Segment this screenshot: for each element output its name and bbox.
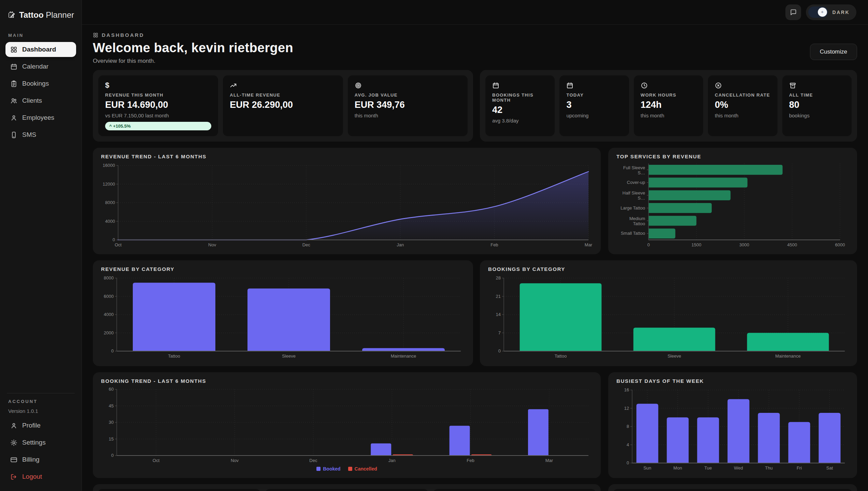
sidebar-item-label: Profile [22, 422, 41, 429]
sidebar-item-settings[interactable]: Settings [5, 435, 76, 450]
svg-text:0: 0 [111, 348, 114, 353]
calendar-icon [492, 82, 499, 89]
top-services-chart: 01500300045006000Full SleeveS…Cover-upHa… [616, 162, 849, 249]
svg-text:Maintenance: Maintenance [775, 353, 800, 359]
svg-text:Jan: Jan [397, 242, 404, 247]
app-root: Tattoo Planner MAIN Dashboard Calendar [0, 0, 868, 491]
dashboard-grid-icon [10, 46, 17, 53]
legend-swatch [316, 467, 321, 471]
stat-label: ALL TIME [789, 92, 845, 98]
svg-text:Medium: Medium [629, 216, 645, 221]
svg-text:3000: 3000 [739, 242, 749, 247]
chart-title: BOOKINGS BY CATEGORY [488, 266, 849, 272]
svg-text:Large Tattoo: Large Tattoo [621, 205, 645, 211]
phone-icon [10, 131, 17, 139]
charts-row-1: REVENUE TREND - LAST 6 MONTHS 0400080001… [93, 148, 857, 254]
clients-panel: TOTAL CLIENTS NEW THIS MONTH RETURNING C… [93, 484, 601, 491]
stat-value: 0% [715, 100, 770, 110]
target-icon [355, 82, 362, 89]
chart-title: BOOKING TREND - LAST 6 MONTHS [101, 378, 593, 384]
breadcrumb-label: DASHBOARD [102, 32, 144, 38]
chart-title: TOP SERVICES BY REVENUE [616, 154, 849, 159]
theme-toggle-knob[interactable]: ✦ [818, 8, 827, 17]
sidebar-item-employees[interactable]: Employees [5, 110, 76, 125]
sidebar-item-billing[interactable]: Billing [5, 452, 76, 467]
theme-toggle[interactable]: ✦ DARK [806, 4, 856, 20]
svg-text:2000: 2000 [104, 330, 114, 335]
svg-text:Jan: Jan [388, 458, 396, 463]
sidebar-item-label: Settings [22, 439, 46, 446]
svg-text:0: 0 [627, 460, 629, 465]
sidebar-item-profile[interactable]: Profile [5, 418, 76, 433]
brand-name-light: Planner [46, 10, 74, 19]
svg-text:Oct: Oct [115, 242, 122, 247]
sidebar-item-label: Clients [22, 97, 42, 104]
topbar: ✦ DARK [82, 0, 868, 25]
revenue-by-category-chart: 02000400060008000TattooSleeveMaintenance [101, 275, 465, 361]
theme-toggle-track[interactable]: ✦ [808, 6, 828, 18]
svg-text:12000: 12000 [103, 182, 115, 187]
charts-row-3: BOOKING TREND - LAST 6 MONTHS 015304560O… [93, 372, 857, 478]
x-circle-icon [715, 82, 722, 89]
svg-text:Sat: Sat [826, 465, 833, 471]
brand-logo[interactable]: Tattoo Planner [5, 6, 76, 23]
svg-text:0: 0 [111, 453, 114, 458]
stat-label: CANCELLATION RATE [715, 92, 770, 98]
archive-icon [789, 82, 796, 89]
sidebar-item-sms[interactable]: SMS [5, 127, 76, 142]
svg-text:Mon: Mon [673, 465, 682, 471]
page-subtitle: Overview for this month. [93, 58, 293, 64]
svg-text:Dec: Dec [302, 242, 311, 247]
stat-label: AVG. JOB VALUE [355, 92, 461, 98]
sidebar-account-section: ACCOUNT Version 1.0.1 Profile Settings [5, 393, 76, 484]
sidebar-item-label: Billing [22, 456, 40, 463]
sidebar-item-logout[interactable]: Logout [5, 469, 76, 484]
svg-text:Dec: Dec [309, 458, 317, 463]
bottom-row: TOTAL CLIENTS NEW THIS MONTH RETURNING C… [93, 484, 857, 491]
top-services-chart-card: TOP SERVICES BY REVENUE 0150030004500600… [608, 148, 857, 254]
svg-text:1500: 1500 [692, 242, 701, 247]
svg-text:4000: 4000 [104, 312, 114, 317]
bookings-by-category-chart: 07142128TattooSleeveMaintenance [488, 275, 849, 361]
svg-text:4000: 4000 [105, 219, 115, 224]
svg-text:60: 60 [109, 387, 114, 392]
theme-label: DARK [833, 10, 850, 15]
svg-text:Feb: Feb [490, 242, 498, 247]
svg-text:30: 30 [109, 420, 114, 425]
work-hours-panel: WORK HOURS THIS MONTH [608, 484, 857, 491]
svg-text:Cover-up: Cover-up [627, 180, 645, 185]
legend-label: Cancelled [355, 466, 377, 472]
customize-button[interactable]: Customize [810, 44, 857, 60]
main-area: ✦ DARK DASHBOARD Welcome back, kevin rie… [82, 0, 868, 491]
revenue-trend-chart: 0400080001200016000OctNovDecJanFebMar [101, 162, 593, 249]
work-hours-this-month-card: WORK HOURS THIS MONTH [613, 489, 852, 491]
charts-row-2: REVENUE BY CATEGORY 02000400060008000Tat… [93, 260, 857, 366]
stat-value: EUR 349,76 [355, 100, 461, 110]
svg-text:Sun: Sun [643, 465, 651, 471]
svg-text:45: 45 [109, 403, 114, 408]
svg-text:0: 0 [647, 242, 650, 247]
gear-icon [10, 439, 17, 446]
sidebar-item-calendar[interactable]: Calendar [5, 59, 76, 74]
brand-name-bold: Tattoo [19, 10, 44, 19]
stat-card-all-time-revenue: ALL-TIME REVENUE EUR 26.290,00 [223, 75, 343, 136]
sidebar-item-label: Bookings [22, 80, 49, 87]
stat-label: ALL-TIME REVENUE [230, 92, 336, 98]
feedback-button[interactable] [785, 4, 801, 20]
app-version: Version 1.0.1 [8, 408, 73, 414]
stat-card-bookings-this-month: BOOKINGS THIS MONTH 42 avg 3.8/day [485, 75, 555, 136]
svg-text:Sleeve: Sleeve [668, 353, 681, 359]
sidebar-item-bookings[interactable]: Bookings [5, 76, 76, 91]
brand-name: Tattoo Planner [19, 10, 74, 20]
svg-text:12: 12 [624, 406, 629, 411]
revenue-change-badge: ^ +105.5% [105, 122, 211, 130]
booking-stats-panel: BOOKINGS THIS MONTH 42 avg 3.8/day TODAY… [480, 70, 857, 142]
sidebar-item-clients[interactable]: Clients [5, 93, 76, 108]
chart-title: BUSIEST DAYS OF THE WEEK [616, 378, 849, 384]
stat-label: WORK HOURS [641, 92, 696, 98]
svg-text:6000: 6000 [835, 242, 845, 247]
svg-text:Sleeve: Sleeve [282, 353, 296, 359]
svg-text:S…: S… [638, 170, 645, 175]
revenue-stats-panel: $ REVENUE THIS MONTH EUR 14.690,00 vs EU… [93, 70, 473, 142]
sidebar-item-dashboard[interactable]: Dashboard [5, 42, 76, 57]
